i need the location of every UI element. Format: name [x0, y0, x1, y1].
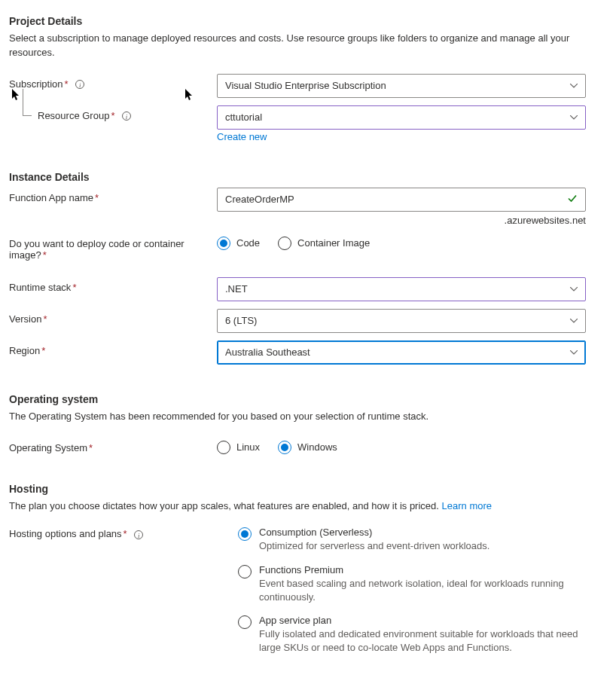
deploy-code-radio[interactable]: Code [217, 237, 260, 250]
info-icon[interactable]: i [122, 111, 131, 121]
hosting-desc: The plan you choose dictates how your ap… [9, 499, 607, 514]
runtime-stack-select[interactable]: .NET [217, 277, 586, 301]
chevron-down-icon [570, 84, 578, 88]
os-title: Operating system [9, 393, 607, 405]
hosting-premium-radio[interactable]: Functions Premium Event based scaling an… [238, 564, 586, 604]
function-app-name-input[interactable]: CreateOrderMP [217, 188, 586, 212]
subscription-label: Subscription* i [9, 74, 217, 90]
version-label: Version* [9, 309, 217, 325]
info-icon[interactable]: i [75, 80, 84, 89]
create-new-link[interactable]: Create new [217, 131, 267, 142]
domain-suffix: .azurewebsites.net [217, 215, 586, 226]
chevron-down-icon [570, 287, 578, 292]
subscription-select[interactable]: Visual Studio Enterprise Subscription [217, 74, 586, 98]
chevron-down-icon [570, 115, 578, 120]
region-label: Region* [9, 340, 217, 356]
hosting-title: Hosting [9, 483, 607, 495]
chevron-down-icon [570, 319, 578, 323]
os-linux-radio[interactable]: Linux [217, 441, 260, 454]
hosting-appservice-radio[interactable]: App service plan Fully isolated and dedi… [238, 615, 586, 655]
learn-more-link[interactable]: Learn more [442, 500, 492, 511]
project-details-desc: Select a subscription to manage deployed… [9, 32, 607, 60]
deploy-container-radio[interactable]: Container Image [278, 237, 370, 250]
runtime-stack-label: Runtime stack* [9, 277, 217, 293]
os-windows-radio[interactable]: Windows [278, 441, 337, 454]
resource-group-select[interactable]: cttutorial [217, 105, 586, 130]
instance-details-title: Instance Details [9, 171, 607, 183]
check-icon [567, 193, 578, 206]
hosting-options-label: Hosting options and plans* i [9, 527, 217, 539]
resource-group-label: Resource Group* i [9, 105, 217, 121]
version-select[interactable]: 6 (LTS) [217, 309, 586, 333]
deploy-label: Do you want to deploy code or container … [9, 234, 217, 261]
os-desc: The Operating System has been recommende… [9, 410, 607, 424]
region-select[interactable]: Australia Southeast [217, 340, 586, 365]
chevron-down-icon [570, 350, 578, 355]
os-label: Operating System* [9, 438, 217, 453]
hosting-consumption-radio[interactable]: Consumption (Serverless) Optimized for s… [238, 527, 586, 553]
project-details-title: Project Details [9, 15, 607, 27]
info-icon[interactable]: i [134, 530, 143, 539]
function-app-name-label: Function App name* [9, 188, 217, 203]
